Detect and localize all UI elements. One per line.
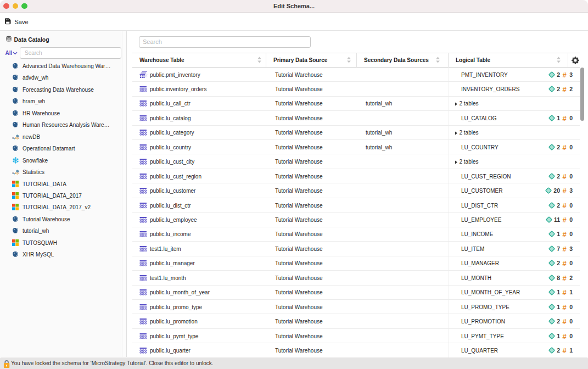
svg-text:SQL: SQL	[15, 137, 19, 139]
svg-text:SQL: SQL	[15, 172, 19, 175]
